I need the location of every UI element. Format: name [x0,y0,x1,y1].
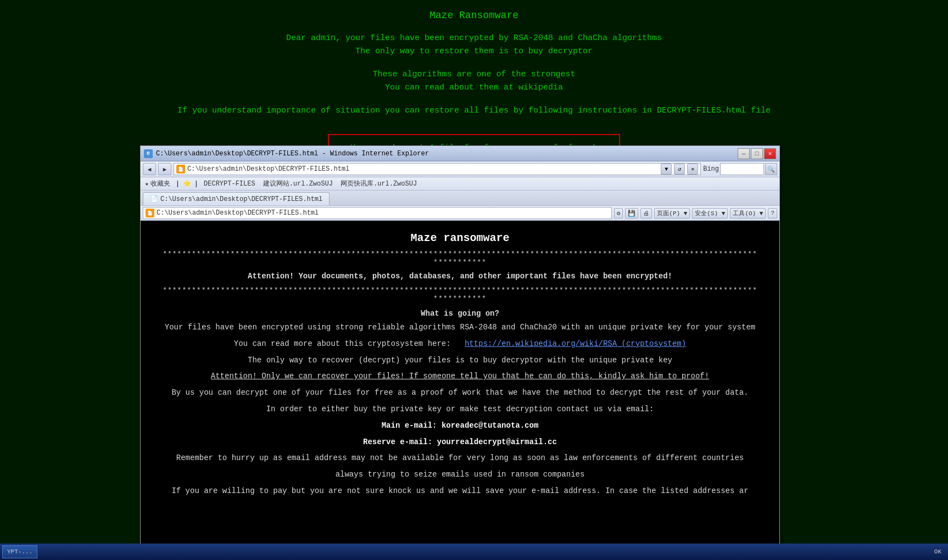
body-text-2: You can read more about this cryptosyste… [163,338,757,351]
fav-item-label3: 网页快讯库.url.ZwoSUJ [341,179,417,188]
body-text-1: Your files have been encrypted using str… [163,321,757,334]
taskbar-button[interactable]: YPT-... [2,545,37,558]
ie-search-area: Bing 🔍 [703,163,777,175]
second-address-text: C:\Users\admin\Desktop\DECRYPT-FILES.htm… [157,209,609,217]
attention-text: Attention! Your documents, photos, datab… [163,272,757,281]
ie-tab-label: C:\Users\admin\Desktop\DECRYPT-FILES.htm… [160,195,322,203]
taskbar: YPT-... OK [0,544,948,560]
ie-content-area: Maze ransomware ************************… [141,221,779,560]
star-icon: ★ [145,180,149,187]
terminal-line4: You can read about them at wikipedia [11,81,937,94]
fav-item-label2: 建议网站.url.ZwoSUJ [263,179,333,188]
search-button[interactable]: 🔍 [765,163,777,175]
favorites-label: 收藏夹 [150,179,170,188]
terminal-line1: Dear admin, your files have been encrypt… [11,32,937,45]
save-icon-btn[interactable]: 💾 [625,208,638,219]
tools-menu-btn[interactable]: 工具(O) ▼ [730,208,766,219]
ie-title-left: e C:\Users\admin\Desktop\DECRYPT-FILES.h… [144,149,429,158]
ie-second-address: 📄 C:\Users\admin\Desktop\DECRYPT-FILES.h… [143,207,612,219]
minimize-button[interactable]: — [738,148,750,159]
second-page-icon: 📄 [146,209,154,217]
stars-top: ****************************************… [163,250,757,266]
fav-icon1: ⭐ [183,180,191,188]
ie-window: e C:\Users\admin\Desktop\DECRYPT-FILES.h… [140,145,780,560]
email-reserve: Reserve e-mail: yourrealdecrypt@airmail.… [163,436,757,449]
address-refresh-button[interactable]: ↺ [674,164,685,175]
terminal-line5: If you understand importance of situatio… [11,104,937,117]
fav-suggest-site[interactable]: 建议网站.url.ZwoSUJ [261,178,335,189]
body-text-2-label: You can read more about this cryptosyste… [234,339,451,348]
address-text: C:\Users\admin\Desktop\DECRYPT-FILES.htm… [187,165,659,173]
body-text-6b: always trying to seize emails used in ra… [163,468,757,481]
terminal-line3: These algorithms are one of the stronges… [11,68,937,81]
body-text-7: If you are willing to pay but you are no… [163,485,757,498]
ie-tab-icon: 📄 [150,195,158,203]
body-text-5: In order to either buy the private key o… [163,403,757,416]
search-input[interactable] [720,163,764,175]
body-text-4: By us you can decrypt one of your files … [163,387,757,400]
ransomware-page-title: Maze ransomware [163,232,757,244]
forward-button[interactable]: ▶ [158,163,171,175]
taskbar-clock: OK [934,548,946,555]
terminal-line2: The only way to restore them is to buy d… [11,45,937,58]
email-main: Main e-mail: koreadec@tutanota.com [163,419,757,433]
search-label: Bing [703,165,719,173]
ie-second-toolbar: 📄 C:\Users\admin\Desktop\DECRYPT-FILES.h… [141,206,779,221]
address-stop-button[interactable]: ✕ [687,164,698,175]
taskbar-btn-label: YPT-... [7,548,32,555]
fav-item-label1: DECRYPT-FILES [204,180,255,188]
fav-web-news[interactable]: 网页快讯库.url.ZwoSUJ [338,178,419,189]
stars-bottom: ****************************************… [163,286,757,303]
wikipedia-link[interactable]: https://en.wikipedia.org/wiki/RSA_(crypt… [465,339,686,348]
close-button[interactable]: ✕ [764,148,776,159]
terminal-title: Maze Ransomware [11,10,937,21]
body-text-underline: Attention! Only we can recover your file… [163,370,757,383]
terminal-background: Maze Ransomware Dear admin, your files h… [0,0,948,148]
fav-separator2: | [194,180,198,188]
ie-tab-bar: 📄 C:\Users\admin\Desktop\DECRYPT-FILES.h… [141,191,779,206]
address-page-icon: 📄 [176,165,185,173]
body-text-3: The only way to recover (decrypt) your f… [163,354,757,367]
back-button[interactable]: ◀ [143,163,156,175]
ie-favorites-bar: ★ 收藏夹 | ⭐ | DECRYPT-FILES 建议网站.url.ZwoSU… [141,177,779,191]
ie-main-toolbar: ◀ ▶ 📄 C:\Users\admin\Desktop\DECRYPT-FIL… [141,161,779,177]
what-going-on-title: What is going on? [163,309,757,318]
ie-icon: e [144,149,153,158]
page-menu-btn[interactable]: 页面(P) ▼ [654,208,690,219]
settings-icon-btn[interactable]: ⚙ [614,208,623,219]
body-text-6: Remember to hurry up as email address ma… [163,452,757,465]
ie-title-buttons: — □ ✕ [738,148,776,159]
maximize-button[interactable]: □ [751,148,763,159]
favorites-button[interactable]: ★ 收藏夹 [143,178,172,189]
fav-separator: | [176,180,180,188]
clock-text: OK [934,548,941,555]
print-preview-btn[interactable]: 🖨 [640,208,652,219]
security-menu-btn[interactable]: 安全(S) ▼ [692,208,728,219]
ie-address-bar[interactable]: 📄 C:\Users\admin\Desktop\DECRYPT-FILES.h… [174,163,701,175]
ie-titlebar: e C:\Users\admin\Desktop\DECRYPT-FILES.h… [141,146,779,161]
help-btn[interactable]: ? [768,208,777,219]
fav-decrypt-files[interactable]: DECRYPT-FILES [202,180,258,188]
ie-window-title: C:\Users\admin\Desktop\DECRYPT-FILES.htm… [156,150,429,158]
ie-tab-active[interactable]: 📄 C:\Users\admin\Desktop\DECRYPT-FILES.h… [143,192,330,205]
address-go-button[interactable]: ▼ [661,164,672,175]
